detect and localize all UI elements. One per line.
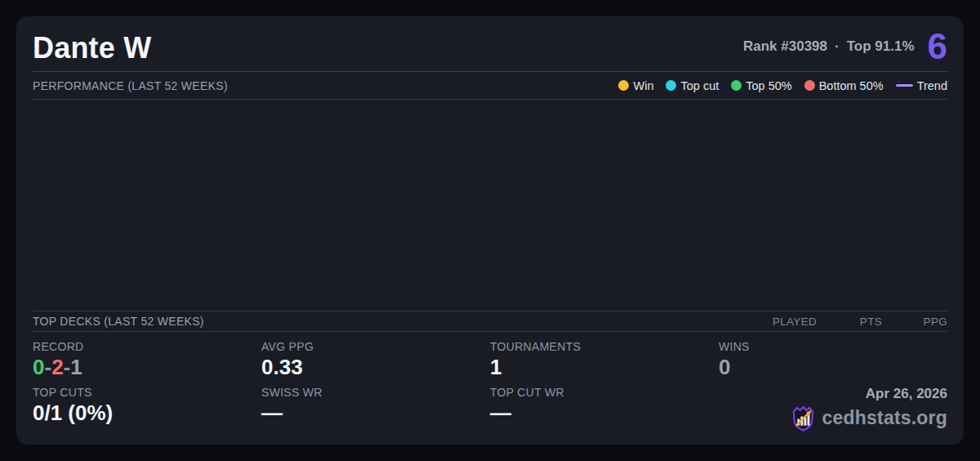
stat-label: RECORD: [33, 340, 261, 353]
record-value: 0-2-1: [33, 356, 261, 379]
legend-item-trend: Trend: [896, 79, 947, 92]
rank-info: Rank #30398 · Top 91.1%: [743, 38, 915, 55]
swiss-wr-value: —: [261, 401, 490, 425]
card-footer: Apr 26, 2026 cedhstats.org: [719, 386, 947, 432]
legend-label: Top cut: [680, 79, 719, 92]
top-cut-wr-value: —: [490, 401, 719, 425]
stat-top-cuts: TOP CUTS 0/1 (0%): [33, 386, 261, 432]
stats-grid: RECORD 0-2-1 AVG PPG 0.33 TOURNAMENTS 1 …: [33, 332, 947, 445]
legend-label: Top 50%: [746, 79, 791, 92]
stat-tournaments: TOURNAMENTS 1: [490, 340, 719, 379]
tournaments-value: 1: [490, 356, 719, 379]
column-header-played: PLAYED: [751, 316, 817, 328]
top-percent-label: Top 91.1%: [847, 38, 915, 55]
topdecks-column-headers: PLAYED PTS PPG: [751, 316, 947, 328]
chart-legend: Win Top cut Top 50% Bottom 50% Trend: [618, 79, 947, 92]
stat-label: SWISS WR: [261, 386, 490, 399]
performance-header-row: PERFORMANCE (LAST 52 WEEKS) Win Top cut …: [33, 72, 947, 99]
generated-date: Apr 26, 2026: [866, 386, 947, 402]
record-separator: -: [44, 355, 51, 379]
rank-label: Rank #30398: [743, 38, 827, 55]
legend-label: Bottom 50%: [819, 79, 884, 92]
record-losses: 2: [51, 355, 63, 379]
stat-label: TOURNAMENTS: [490, 340, 719, 353]
topdecks-title: TOP DECKS (LAST 52 WEEKS): [33, 315, 204, 328]
score-value: 6: [928, 30, 947, 63]
legend-item-top-50: Top 50%: [731, 79, 791, 92]
legend-item-top-cut: Top cut: [666, 79, 719, 92]
column-header-pts: PTS: [817, 316, 882, 328]
column-header-ppg: PPG: [882, 316, 947, 328]
stat-label: AVG PPG: [261, 340, 490, 353]
brand-row: cedhstats.org: [791, 405, 947, 432]
stat-top-cut-wr: TOP CUT WR —: [490, 386, 719, 432]
performance-chart-area: [33, 100, 947, 311]
player-stats-card: Dante W Rank #30398 · Top 91.1% 6 PERFOR…: [16, 16, 964, 445]
stat-avg-ppg: AVG PPG 0.33: [261, 340, 490, 379]
legend-item-win: Win: [618, 79, 653, 92]
record-draws: 1: [70, 355, 82, 379]
stat-record: RECORD 0-2-1: [33, 340, 261, 379]
stat-swiss-wr: SWISS WR —: [261, 386, 490, 432]
stat-wins: WINS 0: [719, 340, 947, 379]
legend-label: Trend: [917, 79, 947, 92]
trend-line-icon: [896, 84, 913, 87]
top-cut-dot-icon: [666, 80, 676, 91]
topdecks-header-row: TOP DECKS (LAST 52 WEEKS) PLAYED PTS PPG: [33, 311, 947, 331]
player-name: Dante W: [33, 29, 151, 66]
legend-label: Win: [633, 79, 653, 92]
legend-item-bottom-50: Bottom 50%: [804, 79, 884, 92]
top-cuts-value: 0/1 (0%): [33, 401, 261, 425]
card-header: Dante W Rank #30398 · Top 91.1% 6: [33, 16, 947, 66]
bottom-50-dot-icon: [804, 80, 815, 91]
avg-ppg-value: 0.33: [261, 356, 490, 379]
stat-label: WINS: [719, 340, 947, 353]
win-dot-icon: [618, 80, 629, 91]
performance-title: PERFORMANCE (LAST 52 WEEKS): [33, 79, 228, 92]
cedhstats-shield-logo-icon: [791, 405, 816, 432]
record-wins: 0: [33, 355, 44, 379]
wins-value: 0: [719, 356, 947, 379]
record-separator: -: [64, 355, 71, 379]
header-right: Rank #30398 · Top 91.1% 6: [743, 30, 947, 66]
rank-separator: ·: [835, 38, 840, 55]
stat-label: TOP CUT WR: [490, 386, 719, 399]
top-50-dot-icon: [731, 80, 742, 91]
stat-label: TOP CUTS: [33, 386, 261, 399]
brand-name: cedhstats.org: [822, 407, 947, 429]
